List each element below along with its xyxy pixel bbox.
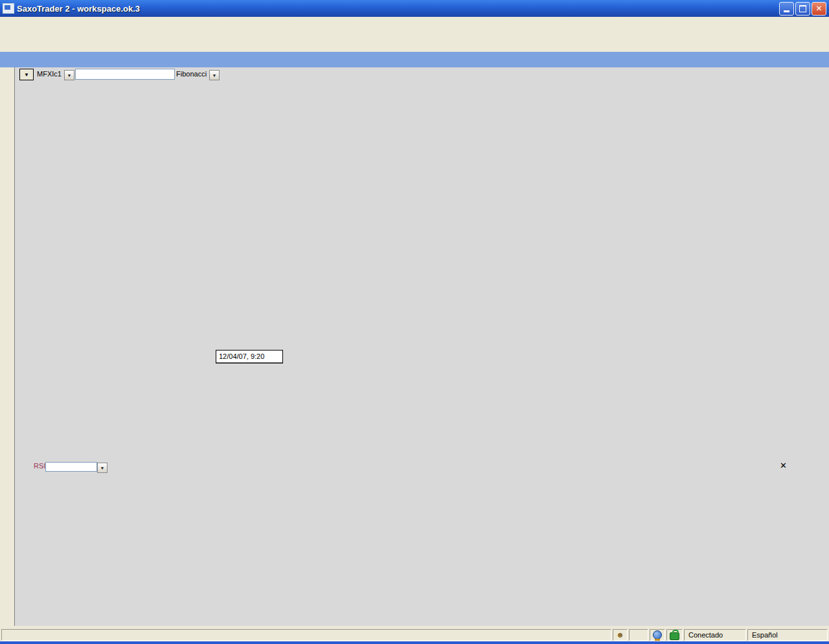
title-bar: SaxoTrader 2 - workspace.ok.3 ✕ — [0, 0, 829, 17]
close-icon: ✕ — [815, 4, 822, 13]
close-x-icon: ✕ — [780, 461, 787, 470]
drawing-tool-dropdown-button[interactable]: ▼ — [209, 70, 220, 80]
minimize-button[interactable] — [779, 2, 794, 16]
status-bar: ☻ Conectado Español — [0, 628, 829, 641]
ohlc-tooltip: 12/04/07, 9:20 — [216, 350, 283, 363]
status-network-cell[interactable] — [650, 629, 665, 641]
page: SaxoTrader 2 - workspace.ok.3 ✕ ▼ MFXIc1… — [0, 0, 829, 644]
symbol-dropdown-button[interactable]: ▼ — [64, 70, 74, 80]
window-bottom-edge — [0, 641, 829, 644]
chat-user-icon: ☻ — [616, 630, 624, 639]
network-globe-icon — [653, 630, 662, 639]
drawing-tool-label: Fibonacci — [176, 70, 207, 78]
minimize-icon — [784, 10, 789, 12]
restore-button[interactable] — [795, 2, 810, 16]
status-chat-cell[interactable]: ☻ — [613, 629, 628, 641]
chart-window — [14, 67, 829, 626]
close-button[interactable]: ✕ — [812, 2, 826, 16]
rsi-label: RSI — [34, 462, 45, 470]
price-chart[interactable] — [19, 67, 829, 626]
rsi-combo-dropdown-button[interactable]: ▼ — [97, 463, 108, 473]
symbol-search-input[interactable] — [75, 69, 175, 80]
lock-icon — [670, 632, 679, 640]
status-security-cell[interactable] — [666, 629, 683, 641]
menu-bar — [0, 17, 829, 32]
status-message-area — [1, 629, 611, 641]
connection-status: Conectado — [684, 629, 746, 641]
tooltip-timestamp: 12/04/07, 9:20 — [216, 351, 282, 363]
restore-icon — [799, 5, 806, 12]
rsi-close-button[interactable]: ✕ — [778, 461, 788, 470]
chart-menu-button[interactable]: ▼ — [19, 69, 34, 80]
status-empty-cell — [629, 629, 648, 641]
left-sidebar — [0, 67, 15, 626]
chart-symbol-label: MFXIc1 — [37, 70, 62, 78]
app-icon — [3, 3, 14, 14]
document-tab-bar — [0, 52, 829, 67]
main-toolbar — [0, 32, 829, 52]
language-status[interactable]: Español — [747, 629, 828, 641]
rsi-combo-input[interactable] — [45, 462, 97, 472]
window-title: SaxoTrader 2 - workspace.ok.3 — [17, 4, 140, 14]
